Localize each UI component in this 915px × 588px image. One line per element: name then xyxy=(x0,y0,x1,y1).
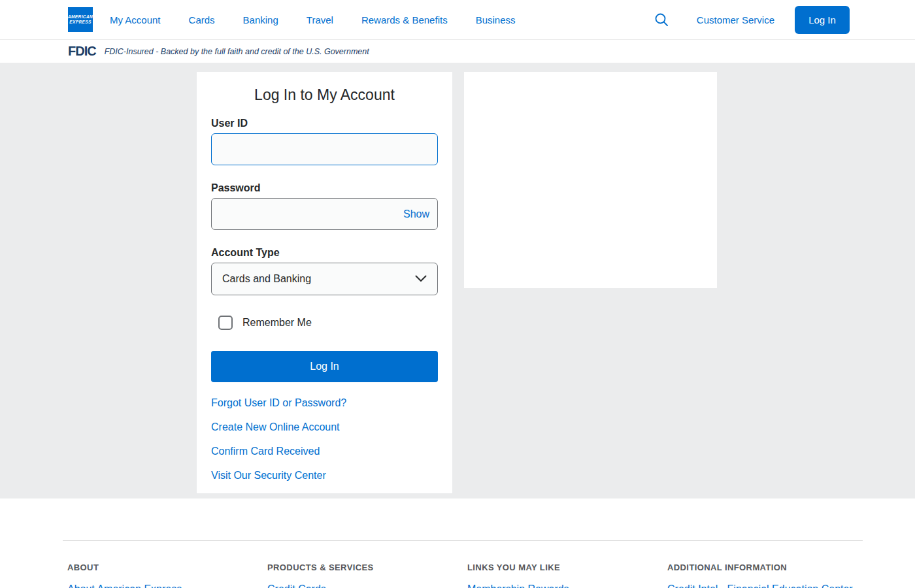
footer-inner: ABOUT About American Express PRODUCTS & … xyxy=(63,540,863,588)
confirm-card-link[interactable]: Confirm Card Received xyxy=(211,445,438,458)
nav-my-account[interactable]: My Account xyxy=(110,14,161,25)
account-type-label: Account Type xyxy=(211,246,438,259)
amex-logo-line2: EXPRESS xyxy=(69,20,92,25)
create-account-link[interactable]: Create New Online Account xyxy=(211,421,438,434)
nav-cards[interactable]: Cards xyxy=(189,14,215,25)
footer-link-membership-rewards[interactable]: Membership Rewards xyxy=(467,583,569,588)
top-nav-bar: AMERICAN EXPRESS My Account Cards Bankin… xyxy=(0,0,915,40)
footer-heading-about: ABOUT xyxy=(67,563,267,572)
nav-business[interactable]: Business xyxy=(476,14,516,25)
login-card-title: Log In to My Account xyxy=(211,86,438,104)
nav-rewards-benefits[interactable]: Rewards & Benefits xyxy=(361,14,448,25)
footer-heading-additional: ADDITIONAL INFORMATION xyxy=(667,563,867,572)
search-icon[interactable] xyxy=(654,12,669,27)
amex-logo-line1: AMERICAN xyxy=(68,14,93,20)
password-label: Password xyxy=(211,182,438,195)
password-field-wrap: Show xyxy=(211,198,438,230)
fdic-banner: FDIC FDIC-Insured - Backed by the full f… xyxy=(0,40,915,63)
fdic-logo: FDIC xyxy=(68,44,96,59)
footer-col-additional: ADDITIONAL INFORMATION Credit Intel - Fi… xyxy=(667,563,867,588)
header-right-group: Customer Service Log In xyxy=(654,6,850,34)
remember-me-checkbox[interactable] xyxy=(218,316,233,330)
main-content: Log In to My Account User ID Password Sh… xyxy=(0,63,915,498)
header-login-button[interactable]: Log In xyxy=(795,6,850,34)
user-id-input[interactable] xyxy=(211,133,438,165)
footer-heading-links: LINKS YOU MAY LIKE xyxy=(467,563,667,572)
footer-link-credit-cards[interactable]: Credit Cards xyxy=(267,583,326,588)
user-id-label: User ID xyxy=(211,117,438,130)
forgot-credentials-link[interactable]: Forgot User ID or Password? xyxy=(211,397,438,410)
login-help-links: Forgot User ID or Password? Create New O… xyxy=(211,397,438,482)
login-submit-button[interactable]: Log In xyxy=(211,351,438,382)
main-nav: My Account Cards Banking Travel Rewards … xyxy=(110,14,516,25)
remember-me-label: Remember Me xyxy=(242,317,312,329)
footer-link-about-amex[interactable]: About American Express xyxy=(67,583,182,588)
footer-heading-products: PRODUCTS & SERVICES xyxy=(267,563,467,572)
footer-columns: ABOUT About American Express PRODUCTS & … xyxy=(67,563,863,588)
footer: ABOUT About American Express PRODUCTS & … xyxy=(0,498,915,588)
account-type-selected-value: Cards and Banking xyxy=(222,273,311,285)
footer-col-products: PRODUCTS & SERVICES Credit Cards xyxy=(267,563,467,588)
chevron-down-icon xyxy=(415,273,427,285)
remember-me-row: Remember Me xyxy=(211,316,438,330)
customer-service-link[interactable]: Customer Service xyxy=(697,14,774,25)
login-card: Log In to My Account User ID Password Sh… xyxy=(197,72,452,493)
account-type-select[interactable]: Cards and Banking xyxy=(211,263,438,295)
fdic-message: FDIC-Insured - Backed by the full faith … xyxy=(105,47,369,56)
footer-link-credit-intel[interactable]: Credit Intel - Financial Education Cente… xyxy=(667,583,853,588)
show-password-toggle[interactable]: Show xyxy=(403,208,429,220)
nav-banking[interactable]: Banking xyxy=(243,14,278,25)
nav-travel[interactable]: Travel xyxy=(307,14,333,25)
amex-logo[interactable]: AMERICAN EXPRESS xyxy=(68,7,93,32)
security-center-link[interactable]: Visit Our Security Center xyxy=(211,469,438,482)
footer-col-about: ABOUT About American Express xyxy=(67,563,267,588)
promo-placeholder-panel xyxy=(464,72,717,288)
footer-col-links: LINKS YOU MAY LIKE Membership Rewards xyxy=(467,563,667,588)
